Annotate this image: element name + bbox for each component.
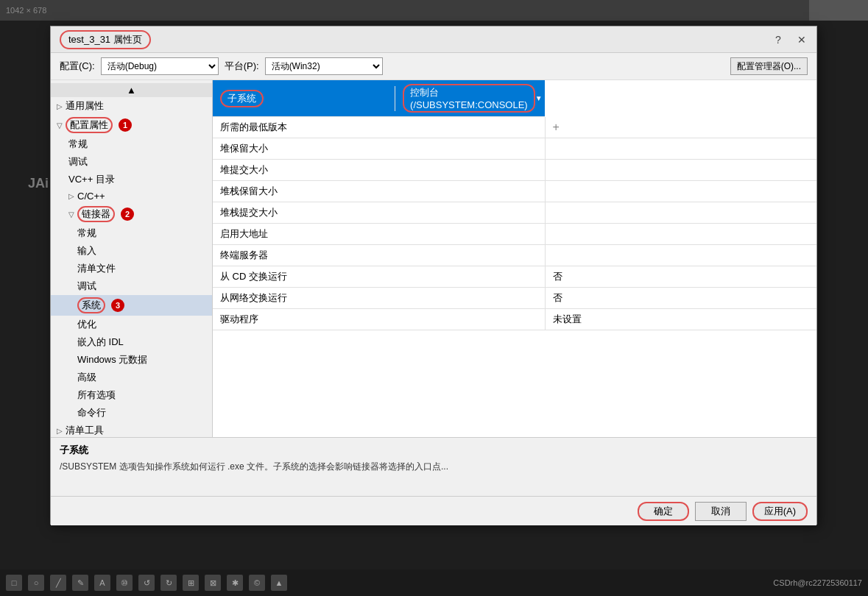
avatar [809, 0, 868, 21]
sidebar-item-linker-common[interactable]: 常规 [51, 224, 212, 242]
config-row: 配置(C): 活动(Debug) 平台(P): 活动(Win32) 配置管理器(… [51, 53, 816, 80]
sidebar-label-config: 配置属性 [70, 118, 108, 132]
prop-cell-cd-swap: 从 CD 交换运行 [213, 266, 545, 288]
taskbar-icon-grid[interactable]: ⊞ [183, 575, 199, 591]
sidebar-label-all: 所有选项 [77, 389, 116, 402]
prop-cell-stack-reserve: 堆栈保留大小 [213, 181, 545, 202]
dropdown-arrow-icon[interactable]: ▼ [535, 94, 546, 102]
taskbar-icon-pen[interactable]: ✎ [72, 575, 88, 591]
dialog-title: test_3_31 属性页 [60, 30, 151, 49]
sidebar-item-manifest-tools[interactable]: ▷ 清单工具 [51, 422, 212, 437]
content-area: 子系统 控制台 (/SUBSYSTEM:CONSOLE) ▼ 所需的最低版本 + [213, 80, 816, 437]
properties-dialog: test_3_31 属性页 ? ✕ 配置(C): 活动(Debug) 平台(P)… [50, 26, 817, 525]
sidebar-label-vcpp: VC++ 目录 [68, 173, 115, 186]
help-button[interactable]: ? [769, 31, 787, 49]
sidebar-label-manifest-tools: 清单工具 [66, 424, 104, 437]
sidebar: ▲ ▷ 通用属性 ▽ 配置属性 1 常规 调试 VC++ 目录 [51, 80, 213, 437]
dialog-body: ▲ ▷ 通用属性 ▽ 配置属性 1 常规 调试 VC++ 目录 [51, 80, 816, 437]
table-row: 从网络交换运行 否 [213, 288, 816, 309]
prop-cell-stack-commit: 堆栈提交大小 [213, 202, 545, 224]
sidebar-item-linker-cmdline[interactable]: 命令行 [51, 404, 212, 422]
desc-text: /SUBSYSTEM 选项告知操作系统如何运行 .exe 文件。子系统的选择会影… [60, 460, 808, 473]
taskbar-icon-redo[interactable]: ↻ [160, 575, 177, 591]
header-value-cell: 控制台 (/SUBSYSTEM:CONSOLE) ▼ [395, 80, 545, 116]
platform-label: 平台(P): [225, 60, 259, 73]
confirm-button[interactable]: 确定 [638, 502, 689, 521]
sidebar-label-cmdline: 命令行 [77, 406, 106, 419]
expand-arrow-linker: ▽ [68, 210, 74, 219]
config-select[interactable]: 活动(Debug) [101, 57, 219, 75]
sidebar-item-vcpp[interactable]: VC++ 目录 [51, 171, 212, 188]
taskbar-icon-circle[interactable]: ○ [28, 575, 44, 591]
table-row: 终端服务器 [213, 245, 816, 266]
prop-cell-terminal-server: 终端服务器 [213, 245, 545, 266]
sidebar-item-linker-windows-meta[interactable]: Windows 元数据 [51, 351, 212, 369]
config-manager-button[interactable]: 配置管理器(O)... [730, 57, 808, 75]
taskbar-icon-a[interactable]: A [94, 575, 110, 591]
sidebar-label-linker: 链接器 [82, 207, 110, 221]
taskbar-icon-line[interactable]: ╱ [50, 575, 66, 591]
sidebar-item-linker-all[interactable]: 所有选项 [51, 386, 212, 404]
val-cell-heap-commit [545, 160, 816, 181]
val-cell-stack-commit [545, 202, 816, 224]
title-buttons: ? ✕ [769, 31, 811, 49]
val-cell-stack-reserve [545, 181, 816, 202]
sidebar-label-linker-debug: 调试 [77, 280, 96, 293]
badge-linker: 2 [121, 207, 134, 221]
sidebar-item-linker-debug[interactable]: 调试 [51, 277, 212, 295]
sidebar-label-general: 通用属性 [66, 99, 104, 113]
sidebar-label-debug: 调试 [68, 155, 88, 168]
cancel-button[interactable]: 取消 [695, 502, 747, 521]
taskbar-icon-square[interactable]: □ [6, 575, 22, 591]
taskbar-icon-box-x[interactable]: ⊠ [205, 575, 221, 591]
sidebar-item-linker-idl[interactable]: 嵌入的 IDL [51, 333, 212, 351]
platform-select[interactable]: 活动(Win32) [265, 57, 383, 75]
sidebar-label-system: 系统 [82, 299, 101, 312]
taskbar-icon-circle-num[interactable]: ⑩ [116, 575, 133, 591]
table-row: 从 CD 交换运行 否 [213, 266, 816, 288]
desc-title: 子系统 [60, 444, 808, 457]
background-jai-text: JAi [28, 176, 49, 191]
sidebar-item-debug[interactable]: 调试 [51, 153, 212, 171]
taskbar-icon-copyright[interactable]: © [249, 575, 265, 591]
config-props-circle: 配置属性 [66, 117, 113, 133]
expand-arrow-manifest: ▷ [57, 427, 63, 435]
table-header-row[interactable]: 子系统 控制台 (/SUBSYSTEM:CONSOLE) ▼ [213, 80, 545, 117]
val-cell-large-addr [545, 224, 816, 245]
sidebar-item-cpp[interactable]: ▷ C/C++ [51, 188, 212, 204]
header-property-cell: 子系统 [213, 86, 395, 111]
sidebar-item-linker-optimize[interactable]: 优化 [51, 316, 212, 333]
table-row: 启用大地址 [213, 224, 816, 245]
table-row: 驱动程序 未设置 [213, 309, 816, 330]
sidebar-label-common: 常规 [68, 138, 88, 151]
sidebar-scroll-up[interactable]: ▲ [51, 83, 212, 97]
close-button[interactable]: ✕ [793, 31, 811, 49]
expand-arrow-cpp: ▷ [68, 192, 74, 200]
sidebar-item-linker[interactable]: ▽ 链接器 2 [51, 204, 212, 224]
top-bar: 1042 × 678 [0, 0, 868, 21]
sidebar-item-general-props[interactable]: ▷ 通用属性 [51, 97, 212, 115]
sidebar-label-linker-common: 常规 [77, 227, 96, 240]
linker-circle: 链接器 [77, 206, 115, 222]
sidebar-item-linker-input[interactable]: 输入 [51, 242, 212, 260]
sidebar-label-optimize: 优化 [77, 318, 96, 331]
property-table: 子系统 控制台 (/SUBSYSTEM:CONSOLE) ▼ 所需的最低版本 + [213, 80, 816, 330]
sidebar-label-idl: 嵌入的 IDL [77, 336, 124, 349]
prop-cell-driver: 驱动程序 [213, 309, 545, 330]
sidebar-item-linker-manifest[interactable]: 清单文件 [51, 260, 212, 277]
sidebar-item-linker-advanced[interactable]: 高级 [51, 369, 212, 386]
subsystem-highlight: 子系统 [220, 90, 264, 107]
sidebar-item-linker-system[interactable]: 系统 3 [51, 295, 212, 316]
prop-cell-heap-reserve: 堆保留大小 [213, 138, 545, 160]
apply-button[interactable]: 应用(A) [752, 502, 808, 521]
taskbar-icon-undo[interactable]: ↺ [138, 575, 155, 591]
table-row: 堆栈提交大小 [213, 202, 816, 224]
table-row: 堆栈保留大小 [213, 181, 816, 202]
taskbar-icon-arrow[interactable]: ▲ [271, 575, 287, 591]
plus-icon: + [553, 121, 560, 133]
sidebar-item-common[interactable]: 常规 [51, 135, 212, 153]
sidebar-item-config-props[interactable]: ▽ 配置属性 1 [51, 115, 212, 135]
val-cell-terminal-server [545, 245, 816, 266]
taskbar-icon-star[interactable]: ✱ [227, 575, 243, 591]
table-row: 堆保留大小 [213, 138, 816, 160]
